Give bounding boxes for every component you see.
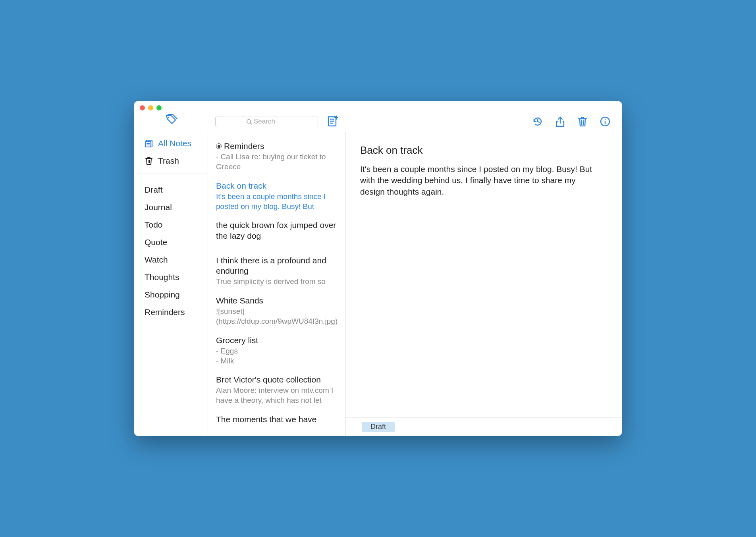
note-list[interactable]: Reminders - Call Lisa re: buying our tic… bbox=[208, 132, 346, 436]
tags-icon[interactable] bbox=[165, 114, 177, 127]
app-window: Search bbox=[134, 101, 622, 436]
sidebar-tag-thoughts[interactable]: Thoughts bbox=[134, 268, 208, 286]
note-list-item[interactable]: I think there is a profound and enduring… bbox=[208, 251, 345, 292]
note-title: The moments that we have bbox=[216, 414, 338, 425]
note-list-item[interactable]: The moments that we have bbox=[208, 410, 345, 429]
sidebar-top-section: All Notes Trash bbox=[134, 135, 208, 174]
note-preview: - Eggs - Milk bbox=[216, 346, 338, 366]
search-input[interactable] bbox=[215, 116, 318, 127]
minimize-window-button[interactable] bbox=[148, 105, 153, 110]
search-field-wrap: Search bbox=[215, 116, 318, 127]
trash-icon bbox=[145, 156, 153, 165]
main-columns: All Notes Trash Dr bbox=[134, 132, 622, 436]
compose-button[interactable] bbox=[327, 115, 339, 127]
sidebar-item-trash[interactable]: Trash bbox=[134, 152, 208, 170]
note-title: I think there is a profound and enduring bbox=[216, 255, 338, 276]
note-title: Bret Victor's quote collection bbox=[216, 375, 338, 385]
note-list-item[interactable]: White Sands ![sunset](https://cldup.com/… bbox=[208, 292, 345, 331]
note-title: the quick brown fox jumped over the lazy… bbox=[216, 220, 338, 241]
note-list-item[interactable]: Reminders - Call Lisa re: buying our tic… bbox=[208, 137, 345, 177]
note-preview: True simplicity is derived from so bbox=[216, 277, 338, 287]
delete-button[interactable] bbox=[577, 116, 588, 127]
note-title: Back on track bbox=[216, 181, 338, 191]
note-title: White Sands bbox=[216, 296, 338, 306]
note-list-item[interactable]: the quick brown fox jumped over the lazy… bbox=[208, 216, 345, 251]
svg-rect-16 bbox=[145, 141, 151, 147]
sidebar-tags-section: Draft Journal Todo Quote Watch Thoughts … bbox=[134, 174, 208, 321]
note-list-item[interactable]: Grocery list - Eggs - Milk bbox=[208, 331, 345, 371]
sidebar-tag-journal[interactable]: Journal bbox=[134, 199, 208, 216]
toolbar: Search bbox=[134, 101, 622, 132]
editor-body[interactable]: Back on track It's been a couple months … bbox=[346, 132, 622, 417]
radio-icon bbox=[216, 143, 222, 149]
sidebar-tag-reminders[interactable]: Reminders bbox=[134, 303, 208, 321]
svg-point-0 bbox=[168, 117, 169, 118]
sidebar-tag-shopping[interactable]: Shopping bbox=[134, 286, 208, 303]
editor-title[interactable]: Back on track bbox=[360, 144, 602, 156]
zoom-window-button[interactable] bbox=[156, 105, 162, 110]
sidebar-tag-draft[interactable]: Draft bbox=[134, 181, 208, 199]
history-button[interactable] bbox=[532, 116, 543, 127]
window-controls bbox=[140, 105, 162, 110]
svg-point-14 bbox=[605, 119, 606, 120]
sidebar-tag-todo[interactable]: Todo bbox=[134, 216, 208, 234]
sidebar-item-all-notes[interactable]: All Notes bbox=[134, 135, 208, 152]
share-button[interactable] bbox=[555, 116, 565, 127]
note-list-item[interactable]: Bret Victor's quote collection Alan Moor… bbox=[208, 371, 345, 410]
note-title: Reminders bbox=[224, 141, 264, 151]
toolbar-actions bbox=[346, 101, 622, 132]
sidebar-tag-quote[interactable]: Quote bbox=[134, 234, 208, 251]
sidebar: All Notes Trash Dr bbox=[134, 132, 208, 436]
info-button[interactable] bbox=[600, 116, 611, 127]
note-list-item[interactable]: Back on track It's been a couple months … bbox=[208, 177, 345, 216]
note-preview: It's been a couple months since I posted… bbox=[216, 192, 338, 211]
note-tag-chip[interactable]: Draft bbox=[362, 422, 395, 432]
note-preview: - Call Lisa re: buying our ticket to Gre… bbox=[216, 152, 338, 172]
notes-icon bbox=[145, 139, 153, 148]
editor-footer: Draft bbox=[346, 417, 622, 436]
editor-content[interactable]: It's been a couple months since I posted… bbox=[360, 164, 602, 197]
note-preview: ![sunset](https://cldup.com/9wpWU84I3n.j… bbox=[216, 307, 338, 326]
note-title: Grocery list bbox=[216, 335, 338, 346]
close-window-button[interactable] bbox=[140, 105, 145, 110]
sidebar-item-label: All Notes bbox=[158, 139, 191, 148]
sidebar-item-label: Trash bbox=[158, 156, 179, 166]
editor-pane: Back on track It's been a couple months … bbox=[346, 132, 622, 436]
sidebar-tag-watch[interactable]: Watch bbox=[134, 251, 208, 268]
note-preview: Alan Moore: interview on mtv.com I have … bbox=[216, 386, 338, 405]
toolbar-search-area: Search bbox=[208, 101, 346, 132]
